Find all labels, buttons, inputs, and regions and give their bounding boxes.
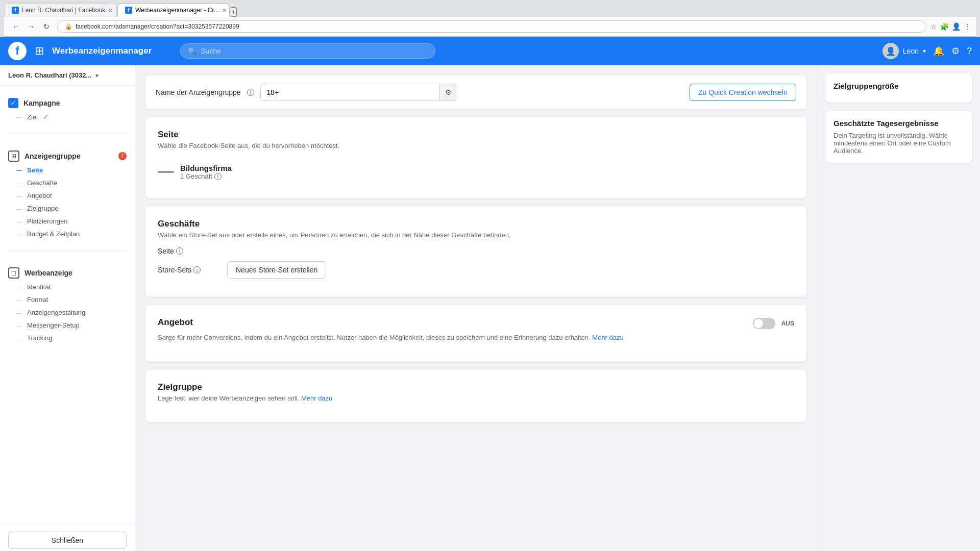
nav-right: 👤 Leon ▾ 🔔 ⚙ ? — [883, 43, 972, 59]
werbeanzeige-icon: ◻ — [8, 267, 19, 279]
adgroup-name-info-icon[interactable]: i — [247, 89, 254, 96]
tab-favicon-2: f — [125, 7, 132, 14]
angebot-toggle-label: AUS — [781, 320, 794, 327]
close-button[interactable]: Schließen — [8, 532, 127, 549]
store-sets-info-icon[interactable]: i — [193, 266, 201, 273]
platzierungen-label: Platzierungen — [27, 217, 68, 225]
reload-button[interactable]: ↻ — [40, 20, 53, 33]
geschaefte-form: Seite i Store-Sets i Neues Store-Set ers… — [158, 247, 794, 279]
tab-label-1: Leon R. Chaudhari | Facebook — [22, 7, 105, 14]
forward-button[interactable]: → — [24, 20, 38, 33]
sidebar-item-platzierungen[interactable]: Platzierungen — [16, 215, 135, 228]
url-input[interactable] — [76, 23, 919, 30]
angebot-desc-text: Sorge für mehr Conversions, indem du ein… — [158, 334, 591, 341]
sidebar-item-seite[interactable]: Seite — [16, 164, 135, 177]
browser-tab-2[interactable]: f Werbeanzeigenmanager - Cr... ✕ — [117, 3, 230, 17]
tab-close-1[interactable]: ✕ — [108, 7, 113, 14]
angebot-mehr-dazu-link[interactable]: Mehr dazu — [592, 334, 623, 341]
sidebar-item-geschaefte[interactable]: Geschäfte — [16, 177, 135, 189]
page-meta-info-icon[interactable]: i — [214, 173, 222, 180]
avatar: 👤 — [883, 43, 899, 59]
zielgruppengroesse-card: Zielgruppengröße — [825, 73, 972, 103]
anzeigengruppe-warning: ! — [118, 152, 127, 160]
sidebar-item-format[interactable]: Format — [16, 293, 135, 306]
kampagne-tree: Ziel ✓ — [0, 110, 135, 123]
store-sets-form-row: Store-Sets i Neues Store-Set erstellen — [158, 261, 794, 279]
more-icon[interactable]: ⋮ — [964, 22, 971, 31]
angebot-card-desc: Sorge für mehr Conversions, indem du ein… — [158, 334, 794, 341]
adgroup-name-gear-button[interactable]: ⚙ — [439, 84, 457, 101]
sidebar-item-anzeigengestaltung[interactable]: Anzeigengestaltung — [16, 306, 135, 319]
werbeanzeige-section: ◻ Werbeanzeige Identität Format Anzeigen… — [0, 255, 135, 350]
werbeanzeige-header: ◻ Werbeanzeige — [0, 261, 135, 281]
ziel-label: Ziel — [27, 113, 38, 121]
tab-label-2: Werbeanzeigenmanager - Cr... — [135, 7, 219, 14]
settings-icon[interactable]: ⚙ — [951, 45, 960, 57]
apps-icon[interactable]: ⊞ — [35, 44, 44, 58]
user-dropdown-arrow: ▾ — [923, 47, 926, 55]
kampagne-checkbox-icon: ✓ — [8, 98, 18, 108]
seite-card-title: Seite — [158, 130, 794, 140]
angebot-toggle-row: AUS — [753, 318, 794, 329]
tab-close-2[interactable]: ✕ — [222, 7, 227, 14]
tracking-label: Tracking — [27, 334, 52, 342]
quick-creation-button[interactable]: Zu Quick Creation wechseln — [690, 84, 796, 101]
angebot-toggle[interactable] — [753, 318, 775, 329]
search-input[interactable] — [201, 47, 428, 55]
zielgruppe-label: Zielgruppe — [27, 205, 58, 212]
sidebar-item-budget[interactable]: Budget & Zeitplan — [16, 228, 135, 240]
content-area: Name der Anzeigengruppe i ⚙ Zu Quick Cre… — [135, 65, 980, 551]
help-icon[interactable]: ? — [967, 46, 972, 57]
seite-form-label-text: Seite — [158, 247, 174, 255]
facebook-navbar: f ⊞ Werbeanzeigenmanager 🔍 👤 Leon ▾ 🔔 ⚙ … — [0, 37, 980, 65]
sidebar-item-tracking[interactable]: Tracking — [16, 332, 135, 344]
kampagne-header: ✓ Kampagne — [0, 92, 135, 110]
zielgruppe-card-title: Zielgruppe — [158, 382, 794, 392]
anzeigengruppe-header: ⊞ Anzeigengruppe ! — [0, 144, 135, 164]
zielgruppe-desc-text: Lege fest, wer deine Werbeanzeigen sehen… — [158, 394, 299, 402]
seite-form-info-icon[interactable]: i — [176, 247, 183, 255]
search-box: 🔍 — [180, 43, 435, 59]
facebook-logo: f — [8, 42, 27, 60]
sidebar-item-zielgruppe[interactable]: Zielgruppe — [16, 202, 135, 215]
anzeigengestaltung-label: Anzeigengestaltung — [27, 309, 85, 316]
sidebar-item-identitaet[interactable]: Identität — [16, 281, 135, 293]
extensions-icon[interactable]: 🧩 — [940, 22, 949, 31]
user-menu[interactable]: 👤 Leon ▾ — [883, 43, 926, 59]
adgroup-name-header: Name der Anzeigengruppe i ⚙ Zu Quick Cre… — [145, 76, 806, 109]
new-store-set-button[interactable]: Neues Store-Set erstellen — [227, 261, 326, 279]
ziel-checkmark: ✓ — [43, 113, 49, 121]
seite-card: Seite Wähle die Facebook-Seite aus, die … — [145, 117, 806, 198]
user-name: Leon — [903, 47, 919, 55]
lock-icon: 🔒 — [65, 23, 72, 30]
anzeigengruppe-label: Anzeigengruppe — [24, 152, 81, 160]
sidebar-item-angebot[interactable]: Angebot — [16, 189, 135, 202]
adgroup-name-row: Name der Anzeigengruppe i ⚙ — [156, 84, 457, 101]
werbeanzeige-label: Werbeanzeige — [24, 269, 72, 277]
page-meta: 1 Geschäft i — [180, 172, 232, 180]
angebot-label: Angebot — [27, 192, 52, 199]
tagesergebnisse-message: Dein Targeting ist unvollständig. Wähle … — [834, 132, 964, 155]
bookmark-icon[interactable]: ☆ — [930, 22, 937, 31]
page-line-icon — [158, 171, 174, 173]
messenger-setup-label: Messenger-Setup — [27, 321, 80, 329]
sidebar-item-messenger-setup[interactable]: Messenger-Setup — [16, 319, 135, 332]
new-tab-button[interactable]: + — [231, 7, 237, 17]
adgroup-name-input[interactable] — [261, 84, 439, 101]
account-selector[interactable]: Leon R. Chaudhari (3032... ▾ — [0, 65, 135, 86]
back-button[interactable]: ← — [9, 20, 22, 33]
page-meta-text: 1 Geschäft — [180, 172, 212, 180]
notifications-icon[interactable]: 🔔 — [933, 45, 944, 57]
seite-form-label: Seite i — [158, 247, 219, 255]
app-title: Werbeanzeigenmanager — [52, 46, 152, 56]
browser-toolbar: ← → ↻ 🔒 ☆ 🧩 👤 ⋮ — [4, 17, 976, 37]
zielgruppe-card: Zielgruppe Lege fest, wer deine Werbeanz… — [145, 370, 806, 422]
zielgruppe-mehr-dazu-link[interactable]: Mehr dazu — [301, 394, 332, 402]
profile-icon[interactable]: 👤 — [952, 22, 961, 31]
browser-tab-1[interactable]: f Leon R. Chaudhari | Facebook ✕ — [4, 3, 116, 17]
content-main: Name der Anzeigengruppe i ⚙ Zu Quick Cre… — [135, 65, 817, 551]
anzeigengruppe-section: ⊞ Anzeigengruppe ! Seite Geschäfte Angeb… — [0, 138, 135, 246]
page-name: Bildungsfirma — [180, 164, 232, 172]
sidebar-item-ziel[interactable]: Ziel ✓ — [16, 110, 135, 123]
werbeanzeige-tree: Identität Format Anzeigengestaltung Mess… — [0, 281, 135, 344]
